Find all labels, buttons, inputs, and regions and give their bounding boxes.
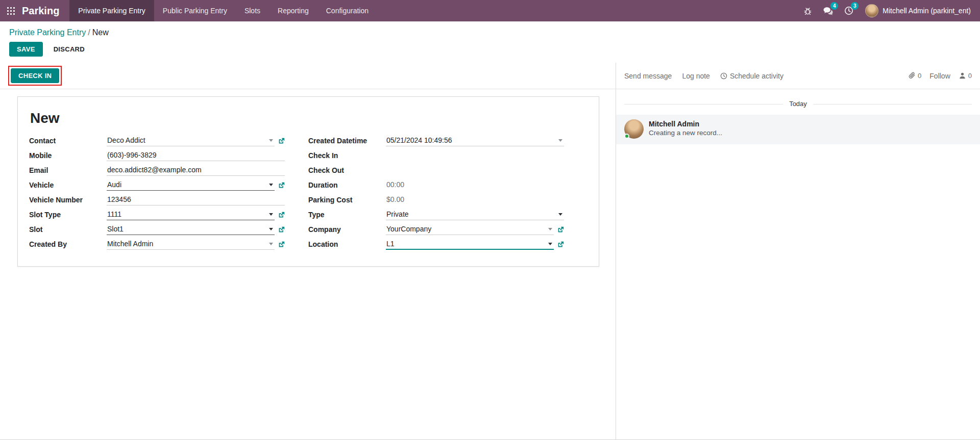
messages-icon[interactable]: 4 — [818, 0, 839, 21]
field-label-vehicle-number: Vehicle Number — [29, 196, 107, 205]
check-in-field[interactable] — [386, 150, 564, 161]
duration-field: 00:00 — [386, 180, 564, 191]
parking-cost-value: $0.00 — [386, 195, 404, 203]
record-title: New — [30, 109, 587, 127]
field-row-slot: Slot Slot1 — [29, 224, 285, 235]
checkin-highlight-box: CHECK IN — [8, 66, 62, 86]
save-button[interactable]: SAVE — [9, 42, 43, 57]
chevron-down-icon — [269, 139, 273, 142]
created-datetime-field[interactable]: 05/21/2024 10:49:56 — [386, 136, 564, 146]
created-by-field[interactable]: Mitchell Admin — [107, 239, 275, 250]
control-panel-buttons: SAVE DISCARD — [9, 42, 971, 63]
followers-button[interactable]: 0 — [959, 72, 972, 80]
company-value: YourCompany — [386, 225, 431, 233]
field-label-company: Company — [308, 225, 386, 235]
slot-type-value: 1111 — [107, 210, 121, 218]
location-field[interactable]: L1 — [386, 239, 554, 250]
field-row-check-out: Check Out — [308, 165, 564, 176]
main-content: CHECK IN New Contact Deco Addict — [0, 63, 980, 439]
check-out-field[interactable] — [386, 165, 564, 176]
nav-item-slots[interactable]: Slots — [236, 0, 269, 21]
user-name: Mitchell Admin (parkint_ent) — [883, 7, 971, 15]
chevron-down-icon — [269, 184, 273, 186]
slot-internal-link-icon[interactable] — [278, 226, 285, 233]
message-author[interactable]: Mitchell Admin — [649, 120, 722, 128]
nav-item-private-parking-entry[interactable]: Private Parking Entry — [69, 0, 154, 21]
schedule-activity-button[interactable]: Schedule activity — [720, 72, 783, 80]
field-label-location: Location — [308, 240, 386, 250]
user-avatar — [865, 4, 878, 17]
slot-field[interactable]: Slot1 — [107, 224, 275, 235]
field-label-parking-cost: Parking Cost — [308, 196, 386, 205]
field-column-right: Created Datetime 05/21/2024 10:49:56 Che… — [308, 136, 587, 254]
type-value: Private — [386, 210, 409, 218]
send-message-button[interactable]: Send message — [624, 72, 672, 80]
email-value: deco.addict82@example.com — [107, 166, 202, 174]
type-select[interactable]: Private — [386, 210, 564, 220]
user-menu[interactable]: Mitchell Admin (parkint_ent) — [859, 4, 973, 17]
chevron-down-icon — [548, 243, 552, 245]
person-icon — [959, 72, 966, 80]
nav-item-public-parking-entry[interactable]: Public Parking Entry — [154, 0, 236, 21]
email-field[interactable]: deco.addict82@example.com — [107, 165, 285, 176]
field-row-created-by: Created By Mitchell Admin — [29, 239, 285, 250]
breadcrumb: Private Parking Entry/New — [9, 28, 971, 37]
location-internal-link-icon[interactable] — [557, 241, 564, 248]
contact-value: Deco Addict — [107, 136, 145, 144]
chevron-down-icon — [558, 139, 562, 142]
breadcrumb-current: New — [92, 28, 109, 37]
nav-item-configuration[interactable]: Configuration — [317, 0, 377, 21]
field-label-created-datetime: Created Datetime — [308, 137, 386, 146]
chevron-down-icon — [269, 213, 273, 216]
activities-icon[interactable]: 3 — [839, 0, 859, 21]
created-by-value: Mitchell Admin — [107, 240, 153, 248]
form-statusbar: CHECK IN — [0, 63, 616, 89]
chatter-panel: Send message Log note Schedule activity … — [616, 63, 980, 439]
field-row-mobile: Mobile (603)-996-3829 — [29, 150, 285, 161]
attachment-count: 0 — [918, 72, 921, 80]
debug-bug-icon[interactable] — [798, 0, 818, 21]
nav-item-reporting[interactable]: Reporting — [269, 0, 317, 21]
attachments-button[interactable]: 0 — [908, 72, 921, 80]
log-note-button[interactable]: Log note — [682, 72, 710, 80]
company-field[interactable]: YourCompany — [386, 224, 554, 235]
contact-field[interactable]: Deco Addict — [107, 136, 275, 146]
created-datetime-value: 05/21/2024 10:49:56 — [386, 136, 452, 144]
field-row-parking-cost: Parking Cost $0.00 — [308, 195, 564, 205]
created-by-internal-link-icon[interactable] — [278, 241, 285, 248]
field-columns: Contact Deco Addict Mobile (60 — [29, 136, 587, 254]
field-label-type: Type — [308, 211, 386, 220]
field-row-company: Company YourCompany — [308, 224, 564, 235]
vehicle-number-value: 123456 — [107, 195, 131, 203]
chevron-down-icon — [548, 228, 552, 230]
online-status-dot — [624, 134, 629, 139]
mobile-field[interactable]: (603)-996-3829 — [107, 150, 285, 161]
vehicle-internal-link-icon[interactable] — [278, 182, 285, 189]
field-column-left: Contact Deco Addict Mobile (60 — [29, 136, 308, 254]
vehicle-field[interactable]: Audi — [107, 180, 275, 191]
discard-button[interactable]: DISCARD — [49, 42, 89, 57]
check-in-button[interactable]: CHECK IN — [11, 68, 59, 83]
app-name[interactable]: Parking — [22, 0, 69, 21]
apps-menu-icon[interactable] — [0, 0, 22, 21]
field-row-location: Location L1 — [308, 239, 564, 250]
company-internal-link-icon[interactable] — [557, 226, 564, 233]
field-row-vehicle-number: Vehicle Number 123456 — [29, 195, 285, 205]
form-sheet: New Contact Deco Addict — [17, 96, 599, 267]
duration-value: 00:00 — [386, 180, 404, 189]
message-avatar — [624, 119, 644, 139]
follow-button[interactable]: Follow — [929, 72, 950, 80]
follower-count: 0 — [968, 72, 972, 80]
field-label-email: Email — [29, 166, 107, 176]
slot-type-field[interactable]: 1111 — [107, 210, 275, 220]
slot-type-internal-link-icon[interactable] — [278, 212, 285, 218]
field-label-check-in: Check In — [308, 151, 386, 161]
contact-internal-link-icon[interactable] — [278, 138, 285, 144]
chatter-toolbar: Send message Log note Schedule activity … — [616, 63, 980, 89]
breadcrumb-separator: / — [86, 28, 92, 37]
activities-badge: 3 — [851, 2, 859, 10]
breadcrumb-parent-link[interactable]: Private Parking Entry — [9, 28, 86, 37]
field-label-slot-type: Slot Type — [29, 211, 107, 220]
vehicle-number-field[interactable]: 123456 — [107, 195, 285, 205]
sheet-background: New Contact Deco Addict — [0, 89, 616, 439]
